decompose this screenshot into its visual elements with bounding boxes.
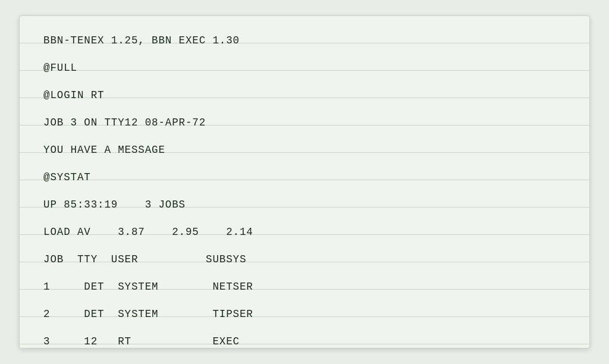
terminal-line-9: 1 DET SYSTEM NETSER	[43, 273, 566, 300]
terminal-line-8: JOB TTY USER SUBSYS	[43, 246, 566, 273]
terminal-line-6: UP 85:33:19 3 JOBS	[43, 191, 566, 218]
terminal-line-11: 3 12 RT EXEC	[43, 328, 566, 349]
terminal-line-5: @SYSTAT	[43, 164, 566, 191]
terminal-line-10: 2 DET SYSTEM TIPSER	[43, 300, 566, 328]
terminal-line-0: BBN-TENEX 1.25, BBN EXEC 1.30	[43, 27, 566, 54]
terminal-line-7: LOAD AV 3.87 2.95 2.14	[43, 218, 566, 246]
terminal-line-2: @LOGIN RT	[43, 81, 566, 109]
terminal-content: BBN-TENEX 1.25, BBN EXEC 1.30@FULL@LOGIN…	[20, 16, 589, 349]
terminal-line-4: YOU HAVE A MESSAGE	[43, 136, 566, 164]
terminal-line-1: @FULL	[43, 54, 566, 81]
terminal-line-3: JOB 3 ON TTY12 08-APR-72	[43, 109, 566, 136]
terminal-card: BBN-TENEX 1.25, BBN EXEC 1.30@FULL@LOGIN…	[19, 15, 590, 349]
